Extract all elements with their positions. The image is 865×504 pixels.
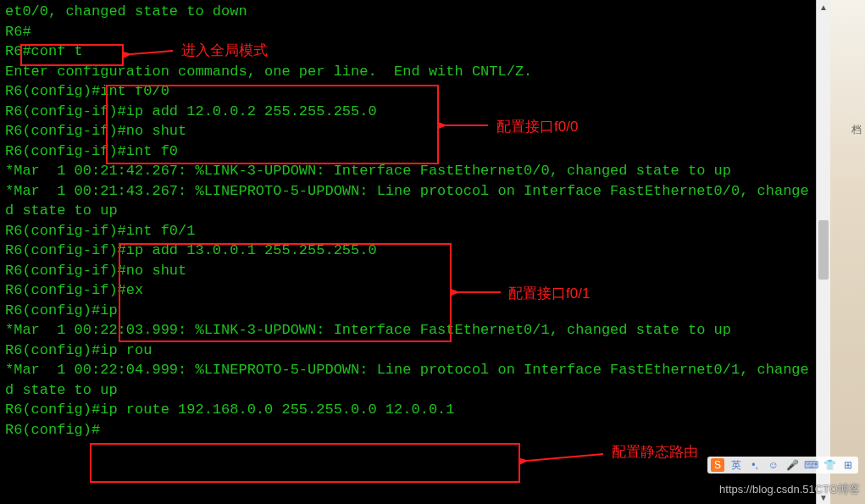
terminal-output: et0/0, changed state to down R6# R6#conf… — [5, 2, 811, 440]
ime-lang-icon[interactable]: 英 — [729, 458, 743, 472]
desktop-file-label: 档 — [851, 123, 862, 137]
ime-toolbar[interactable]: S 英 •, ☺ 🎤 ⌨ 👕 ⊞ — [707, 457, 858, 474]
ime-voice-icon[interactable]: 🎤 — [785, 458, 799, 472]
sogou-ime-icon[interactable]: S — [711, 458, 724, 472]
scroll-up-arrow-icon[interactable]: ▲ — [817, 0, 830, 14]
ime-keyboard-icon[interactable]: ⌨ — [804, 458, 818, 472]
scroll-thumb[interactable] — [818, 220, 829, 280]
ime-toolbox-icon[interactable]: ⊞ — [841, 458, 855, 472]
ime-skin-icon[interactable]: 👕 — [823, 458, 836, 472]
terminal-scrollbar[interactable]: ▲ ▼ — [816, 0, 830, 504]
watermark-text: https://blog.csdn.51CTO博客 — [719, 482, 860, 497]
terminal-window[interactable]: et0/0, changed state to down R6# R6#conf… — [0, 0, 816, 504]
ime-emoji-icon[interactable]: ☺ — [767, 458, 780, 472]
desktop-background: 档 — [830, 0, 865, 504]
desktop: et0/0, changed state to down R6# R6#conf… — [0, 0, 865, 504]
ime-punct-icon[interactable]: •, — [748, 458, 762, 472]
